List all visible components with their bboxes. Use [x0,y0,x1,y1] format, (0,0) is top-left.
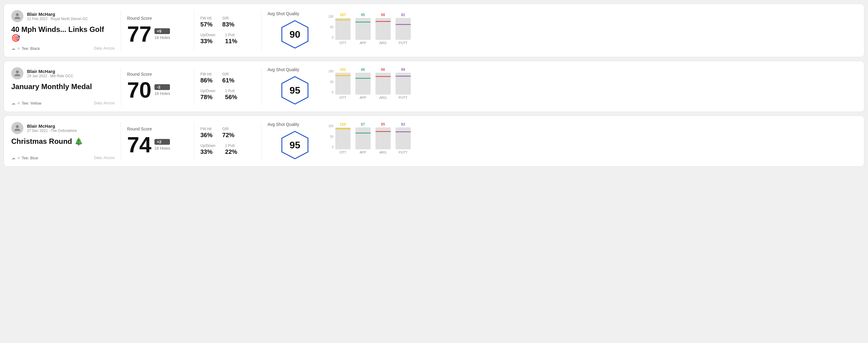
bar-label-ott: OTT [340,41,346,45]
quality-label-1: Avg Shot Quality [268,11,299,16]
bar-body-arg [375,127,391,149]
bar-label-putt: PUTT [399,41,407,45]
bar-body-putt [396,18,411,40]
avatar-3 [11,122,23,134]
bar-accent-putt [396,24,411,25]
tee-label-3: Tee: Blue [22,156,38,160]
bar-accent-putt [396,131,411,132]
bar-group-putt: 99 PUTT [396,67,411,99]
bar-value-ott: 107 [340,13,346,17]
bar-group-app: 87 APP [355,122,371,154]
quality-number-2: 95 [289,85,300,96]
bar-body-ott [335,73,350,95]
divider-1-2 [121,67,121,105]
bar-label-app: APP [360,96,366,99]
score-badge-group-1: +5 18 Holes [154,28,170,40]
bar-group-ott: 107 OTT [335,13,350,45]
oneputt-label-2: 1 Putt [225,89,237,93]
gir-label-1: GIR [222,16,235,20]
person-icon-3 [14,124,21,132]
quality-label-2: Avg Shot Quality [268,67,299,72]
bar-body-putt [396,127,411,149]
y-axis-0: 0 [328,36,334,39]
user-name-2: Blair McHarg [27,69,73,74]
oneputt-value-2: 56% [225,94,237,101]
cloud-icon-2: ☁ [11,101,16,105]
score-holes-2: 18 Holes [154,91,170,96]
user-row-3: Blair McHarg 27 Dec 2021 · The Oxfordshi… [11,122,115,134]
bar-group-app: 95 APP [355,13,371,45]
updown-stat-3: Up/Down 33% [200,144,215,155]
score-label-1: Round Score [127,16,188,21]
gir-stat-3: GIR 72% [222,127,235,139]
y-axis-100: 100 [328,70,334,73]
bar-accent-ott [335,75,350,76]
gir-stat-1: GIR 83% [222,16,235,28]
wind-icon-2: ≡ [17,101,20,105]
score-modifier-1: +5 [154,28,170,34]
bar-accent-arg [375,131,391,132]
score-section-2: Round Score 70 -2 18 Holes [127,67,188,105]
bar-value-arg: 96 [381,67,385,72]
user-info-2: Blair McHarg 29 Jan 2022 · Mill Ride GCC [27,69,73,78]
fw-hit-stat-1: FW Hit 57% [200,16,213,28]
fw-hit-value-2: 86% [200,77,213,84]
updown-stat-1: Up/Down 33% [200,33,215,45]
fw-hit-stat-2: FW Hit 86% [200,72,213,84]
stats-row-bottom-2: Up/Down 78% 1 Putt 56% [200,89,255,101]
person-icon-1 [14,12,21,20]
wind-icon-1: ≡ [17,46,20,51]
bar-group-putt: 93 PUTT [396,122,411,154]
score-holes-1: 18 Holes [154,35,170,40]
stats-row-top-2: FW Hit 86% GIR 61% [200,72,255,84]
y-axis-50: 50 [328,26,334,29]
bottom-row-2: ☁ ≡ Tee: Yellow Data: Arccos [11,101,115,105]
quality-section-3: Avg Shot Quality 95 [268,122,322,160]
bar-accent-ott [335,20,350,20]
oneputt-value-3: 22% [225,148,237,155]
bar-body-arg [375,73,391,95]
y-axis-100: 100 [328,124,334,128]
bar-accent-putt [396,76,411,76]
data-source-3: Data: Arccos [94,156,115,160]
updown-label-1: Up/Down [200,33,215,37]
round-title-3: Christmas Round 🎄 [11,137,115,146]
stats-section-3: FW Hit 36% GIR 72% Up/Down 33% 1 Putt 22… [200,122,255,160]
score-number-2: 70 [127,79,151,101]
hexagon-container-1: 90 [280,19,310,50]
user-name-1: Blair McHarg [27,11,88,17]
quality-number-1: 90 [289,29,300,40]
updown-label-2: Up/Down [200,89,215,93]
gir-value-2: 61% [222,77,235,84]
divider-1-1 [121,10,121,51]
bar-group-app: 86 APP [355,67,371,99]
bar-value-putt: 99 [401,67,405,72]
bar-value-putt: 93 [401,122,405,126]
hexagon-container-2: 95 [280,75,310,105]
divider-3-2 [261,67,261,105]
score-main-1: 77 +5 18 Holes [127,23,188,45]
chart-section-2: 100 50 0 101 OTT 86 APP 96 [322,67,857,105]
y-axis-100: 100 [328,15,334,18]
stats-row-bottom-3: Up/Down 33% 1 Putt 22% [200,144,255,155]
user-info-1: Blair McHarg 12 Feb 2022 · Royal North D… [27,11,88,21]
bar-group-ott: 101 OTT [335,67,350,99]
score-badge-group-2: -2 18 Holes [154,84,170,96]
bar-accent-arg [375,76,391,77]
bar-accent-app [355,22,371,23]
y-axis-0: 0 [328,145,334,149]
round-card-3: Blair McHarg 27 Dec 2021 · The Oxfordshi… [4,116,864,167]
tee-info-3: ☁ ≡ Tee: Blue [11,155,38,160]
score-modifier-3: +2 [154,139,170,145]
round-card-2: Blair McHarg 29 Jan 2022 · Mill Ride GCC… [4,61,864,112]
fw-hit-value-1: 57% [200,21,213,28]
bar-body-app [355,127,371,149]
left-section-2: Blair McHarg 29 Jan 2022 · Mill Ride GCC… [11,67,115,105]
score-holes-3: 18 Holes [154,146,170,151]
bar-label-arg: ARG [379,41,387,45]
fw-hit-stat-3: FW Hit 36% [200,127,213,139]
bar-accent-app [355,78,371,79]
cloud-icon-3: ☁ [11,155,16,160]
score-label-2: Round Score [127,72,188,76]
tee-label-2: Tee: Yellow [22,101,41,105]
